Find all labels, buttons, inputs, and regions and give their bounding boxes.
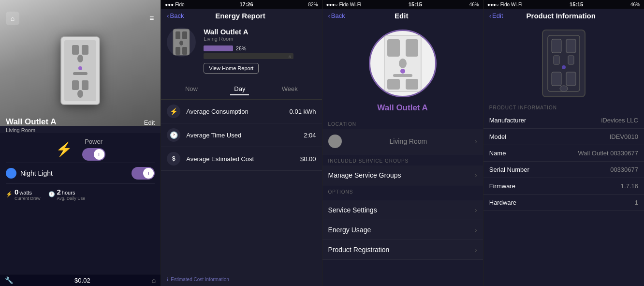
device-name: Wall Outlet A bbox=[6, 117, 57, 127]
svg-rect-17 bbox=[387, 39, 400, 57]
view-home-button[interactable]: View Home Report bbox=[204, 63, 259, 74]
device-info-group: Wall Outlet A Living Room bbox=[6, 117, 57, 133]
product-registration-label: Product Registration bbox=[328, 246, 390, 254]
status-right-p4: 46% bbox=[630, 2, 640, 7]
power-label: Power bbox=[82, 138, 105, 145]
consumption-label: Average Consumption bbox=[186, 108, 283, 115]
home-bar-icon: ⌂ bbox=[289, 54, 292, 59]
back-chevron-p3: ‹ bbox=[328, 12, 330, 19]
svg-rect-6 bbox=[73, 72, 88, 75]
avg-daily-values: 2 hours Avg. Daily Use bbox=[57, 188, 86, 201]
back-label-p3: Back bbox=[331, 12, 345, 19]
service-groups-header: INCLUDED SERVICE GROUPS bbox=[322, 154, 483, 166]
outlet-icon-small bbox=[173, 29, 190, 56]
time-tabs: Now Day Week bbox=[161, 79, 322, 100]
svg-rect-25 bbox=[552, 39, 561, 53]
cost-label: Average Estimated Cost bbox=[186, 155, 294, 163]
nav-title-p2: Energy Report bbox=[184, 12, 297, 20]
svg-point-13 bbox=[179, 41, 183, 45]
stats-list-p2: ⚡ Average Consumption 0.01 kWh 🕐 Average… bbox=[161, 100, 322, 273]
outlet-rect-image bbox=[542, 30, 585, 97]
nav-title-p4: Product Information bbox=[503, 12, 619, 20]
energy-usage-chevron: › bbox=[475, 226, 477, 234]
status-bar-panel2: ●●● Fido 17:26 82% bbox=[161, 0, 322, 9]
home-bottom-icon[interactable]: ⌂ bbox=[152, 276, 156, 284]
service-settings-row[interactable]: Service Settings › bbox=[322, 200, 483, 220]
device-summary-info: Wall Outlet A Living Room 26% ⌂ View Hom… bbox=[204, 28, 316, 74]
edit-button-p4[interactable]: ‹ Edit bbox=[489, 12, 503, 19]
outlet-image-p3 bbox=[383, 34, 422, 92]
time-p4: 15:15 bbox=[570, 1, 583, 7]
manufacturer-key: Manufacturer bbox=[489, 117, 527, 124]
product-registration-row[interactable]: Product Registration › bbox=[322, 240, 483, 260]
cost-note-text[interactable]: Estimated Cost Information bbox=[171, 277, 229, 282]
current-draw-label: Current Draw bbox=[15, 196, 41, 201]
power-toggle[interactable]: I bbox=[82, 148, 105, 161]
time-used-value: 2:04 bbox=[304, 132, 316, 139]
svg-rect-30 bbox=[552, 72, 561, 86]
home-bar-fill: ⌂ bbox=[204, 53, 293, 59]
device-name-p2: Wall Outlet A bbox=[204, 28, 316, 36]
svg-rect-3 bbox=[82, 45, 88, 55]
device-name-p3: Wall Outlet A bbox=[377, 103, 428, 113]
wrench-icon[interactable]: 🔧 bbox=[5, 276, 13, 284]
product-info-header: PRODUCT INFORMATION bbox=[483, 101, 644, 112]
manage-service-groups-row[interactable]: Manage Service Groups › bbox=[322, 166, 483, 185]
price-label: $0.02 bbox=[74, 277, 90, 284]
manufacturer-value: iDevices LLC bbox=[601, 117, 638, 124]
panel-product-info: ●●●○ Fido Wi-Fi 15:15 46% ‹ Edit Product… bbox=[483, 0, 644, 286]
energy-usage-row[interactable]: Energy Usage › bbox=[322, 220, 483, 240]
location-value: Living Room bbox=[389, 137, 427, 145]
energy-pct: 26% bbox=[236, 45, 247, 51]
avg-daily-stat: 🕐 2 hours Avg. Daily Use bbox=[48, 188, 86, 201]
back-button-p3[interactable]: ‹ Back bbox=[328, 12, 345, 19]
tab-week[interactable]: Week bbox=[278, 83, 302, 95]
current-draw-stat: ⚡ 0 watts Current Draw bbox=[6, 188, 41, 201]
consumption-icon: ⚡ bbox=[167, 105, 180, 118]
home-nav-button[interactable]: ⌂ bbox=[6, 12, 19, 25]
energy-usage-label: Energy Usage bbox=[328, 226, 371, 234]
svg-point-19 bbox=[399, 59, 407, 68]
device-room-p2: Living Room bbox=[204, 36, 316, 42]
svg-rect-28 bbox=[568, 56, 574, 64]
outlet-image-area bbox=[0, 27, 161, 114]
device-room: Living Room bbox=[6, 127, 57, 133]
stat-consumption: ⚡ Average Consumption 0.01 kWh bbox=[161, 100, 322, 123]
svg-rect-27 bbox=[554, 56, 559, 64]
panel1-header: ⌂ ≡ bbox=[0, 9, 161, 27]
svg-rect-22 bbox=[387, 79, 400, 90]
svg-rect-31 bbox=[566, 72, 576, 86]
manage-service-groups-label: Manage Service Groups bbox=[328, 171, 401, 179]
edit-label-p4: Edit bbox=[492, 12, 503, 19]
power-section: ⚡ Power I bbox=[6, 138, 155, 161]
home-icon: ⌂ bbox=[11, 15, 15, 22]
outlet-product-image bbox=[547, 34, 581, 92]
status-bar-panel4: ●●●○ Fido Wi-Fi 15:15 46% bbox=[483, 0, 644, 9]
night-light-toggle[interactable]: I bbox=[132, 167, 155, 180]
firmware-value: 1.7.16 bbox=[621, 182, 638, 190]
back-button-p2[interactable]: ‹ Back bbox=[167, 12, 184, 19]
status-bar-panel3: ●●●○ Fido Wi-Fi 15:15 46% bbox=[322, 0, 483, 9]
service-groups-section: Manage Service Groups › bbox=[322, 166, 483, 185]
menu-button[interactable]: ≡ bbox=[149, 14, 155, 23]
tab-day[interactable]: Day bbox=[230, 83, 249, 95]
time-icon: 🕐 bbox=[167, 128, 180, 142]
device-summary-p2: Wall Outlet A Living Room 26% ⌂ View Hom… bbox=[161, 22, 322, 79]
manage-chevron: › bbox=[475, 171, 477, 179]
battery-p3: 46% bbox=[469, 2, 479, 7]
avg-daily-label: Avg. Daily Use bbox=[57, 196, 86, 201]
outlet-image bbox=[59, 34, 102, 107]
edit-button[interactable]: Edit bbox=[144, 119, 155, 126]
outlet-display-p4 bbox=[483, 22, 644, 101]
location-row[interactable]: Living Room › bbox=[322, 129, 483, 154]
tab-now[interactable]: Now bbox=[181, 83, 202, 95]
bottom-bar: 🔧 $0.02 ⌂ bbox=[0, 274, 161, 286]
panel2-nav: ‹ Back Energy Report bbox=[161, 9, 322, 22]
svg-rect-14 bbox=[176, 47, 180, 55]
svg-rect-2 bbox=[72, 45, 79, 55]
svg-rect-26 bbox=[566, 39, 576, 53]
current-draw-values: 0 watts Current Draw bbox=[15, 188, 41, 201]
night-light-left: Night Light bbox=[6, 168, 53, 179]
svg-rect-7 bbox=[72, 80, 79, 90]
product-registration-chevron: › bbox=[475, 246, 477, 254]
